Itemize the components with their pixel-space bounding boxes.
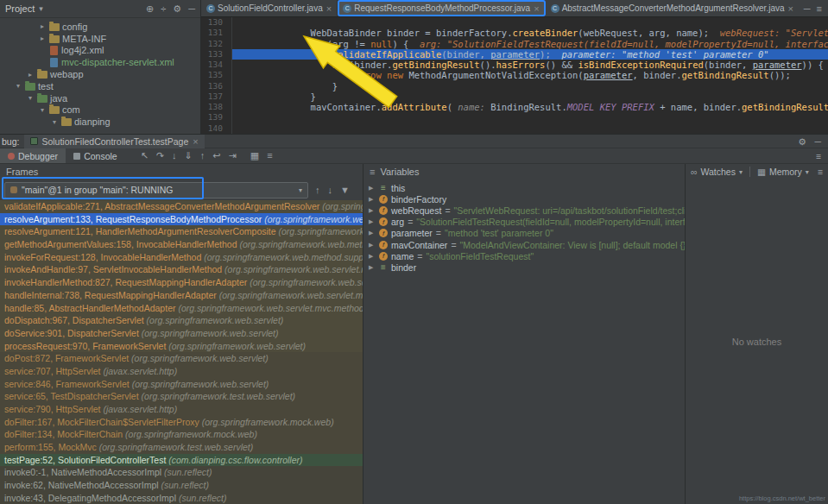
arrow-up-icon[interactable]: ↑ (315, 185, 320, 195)
variable-row[interactable]: ▶farg = "SolutionFieldTestRequest(fieldI… (363, 217, 685, 228)
filter-icon[interactable]: ▼ (340, 185, 350, 195)
code-line[interactable]: 132 if (arg != null) { arg: "SolutionFie… (201, 39, 828, 49)
run-to-cursor-icon[interactable]: ⇥ (229, 150, 237, 161)
chevron-right-icon[interactable]: ▶ (369, 264, 376, 271)
frame-row[interactable]: doDispatch:967, DispatcherServlet (org.s… (0, 314, 363, 327)
frame-row[interactable]: service:846, FrameworkServlet (org.sprin… (0, 378, 363, 391)
project-title[interactable]: Project (5, 3, 35, 14)
frame-row[interactable]: perform:155, MockMvc (org.springframewor… (0, 441, 363, 454)
tree-item[interactable]: ▾test (0, 80, 200, 92)
step-over-icon[interactable]: ↷ (156, 150, 164, 161)
close-icon[interactable]: × (326, 3, 332, 14)
code-line[interactable]: 130 (201, 17, 828, 28)
menu-icon[interactable]: ≡ (267, 150, 272, 161)
tree-item[interactable]: mvc-dispatcher-servlet.xml (0, 56, 200, 68)
tab-debugger[interactable]: Debugger (0, 148, 66, 163)
editor-tab[interactable]: CAbstractMessageConverterMethodArgumentR… (546, 0, 798, 16)
variable-row[interactable]: ▶≡binder (363, 261, 685, 273)
tree-item[interactable]: ▸config (0, 21, 200, 33)
hide-panel-icon[interactable]: ─ (188, 3, 195, 15)
menu-icon[interactable]: ≡ (818, 167, 823, 177)
editor-tab[interactable]: CRequestResponseBodyMethodProcessor.java… (338, 0, 545, 16)
tree-item[interactable]: ▸webapp (0, 68, 200, 80)
chevron-right-icon[interactable]: ▸ (38, 35, 47, 42)
code-line[interactable]: 133 validateIfApplicable(binder, paramet… (201, 49, 828, 60)
force-step-into-icon[interactable]: ⇓ (185, 150, 193, 161)
thread-selector[interactable]: "main"@1 in group "main": RUNNING ▾ (4, 182, 308, 198)
code-area[interactable]: 130131 WebDataBinder binder = binderFact… (201, 17, 828, 134)
minimize-icon[interactable]: ─ (804, 3, 811, 14)
code-line[interactable]: 140 (201, 123, 828, 134)
collapse-all-icon[interactable]: ÷ (161, 3, 166, 15)
frame-row[interactable]: getMethodArgumentValues:158, InvocableHa… (0, 238, 363, 251)
frame-row[interactable]: invoke:62, NativeMethodAccessorImpl (sun… (0, 479, 363, 492)
frame-row[interactable]: doService:901, DispatcherServlet (org.sp… (0, 327, 363, 340)
variables-menu-icon[interactable]: ≡ (370, 167, 375, 177)
close-icon[interactable]: × (534, 3, 539, 14)
variable-row[interactable]: ▶fwebRequest = "ServletWebRequest: uri=/… (363, 205, 685, 216)
watches-title[interactable]: Watches (701, 167, 736, 177)
chevron-right-icon[interactable]: ▶ (369, 207, 376, 214)
chevron-right-icon[interactable]: ▶ (369, 242, 376, 249)
frame-row[interactable]: invokeHandlerMethod:827, RequestMappingH… (0, 276, 363, 289)
variable-row[interactable]: ▶fbinderFactory (363, 193, 685, 205)
chevron-right-icon[interactable]: ▸ (38, 22, 47, 30)
variable-row[interactable]: ▶fmavContainer = "ModelAndViewContainer:… (363, 239, 685, 250)
chevron-right-icon[interactable]: ▶ (369, 230, 376, 236)
variable-row[interactable]: ▶≡this (363, 182, 685, 193)
frame-row[interactable]: service:790, HttpServlet (javax.servlet.… (0, 403, 363, 416)
run-config-tab[interactable]: SolutionFiledControllerTest.testPage × (24, 135, 204, 148)
tree-item[interactable]: log4j2.xml (0, 45, 200, 57)
editor-tab[interactable]: CSolutionFieldController.java× (201, 0, 338, 16)
chevron-down-icon[interactable]: ▾ (806, 168, 809, 176)
frame-row[interactable]: invoke0:-1, NativeMethodAccessorImpl (su… (0, 466, 363, 479)
tree-item[interactable]: ▾dianping (0, 116, 200, 128)
memory-title[interactable]: Memory (769, 167, 802, 177)
chevron-down-icon[interactable]: ▾ (39, 4, 43, 13)
frame-row[interactable]: resolveArgument:133, RequestResponseBody… (0, 213, 363, 226)
settings-icon[interactable]: ⚙ (798, 136, 806, 147)
code-line[interactable]: 137 } (201, 91, 828, 102)
drop-frame-icon[interactable]: ↩ (212, 150, 220, 161)
frame-row[interactable]: resolveArgument:121, HandlerMethodArgume… (0, 225, 363, 238)
chevron-right-icon[interactable]: ▶ (369, 253, 376, 260)
chevron-down-icon[interactable]: ▾ (38, 106, 47, 114)
show-execution-point-icon[interactable]: ↖ (141, 150, 149, 161)
close-icon[interactable]: × (193, 136, 198, 147)
close-icon[interactable]: × (788, 3, 793, 14)
frame-row[interactable]: service:65, TestDispatcherServlet (org.s… (0, 390, 363, 403)
menu-icon[interactable]: ≡ (816, 151, 821, 161)
frame-row[interactable]: service:707, HttpServlet (javax.servlet.… (0, 365, 363, 378)
locate-file-icon[interactable]: ⊕ (146, 3, 154, 15)
settings-icon[interactable]: ⚙ (173, 3, 181, 15)
chevron-right-icon[interactable]: ▶ (369, 196, 376, 203)
frame-row[interactable]: doPost:872, FrameworkServlet (org.spring… (0, 352, 363, 365)
code-line[interactable]: 138 mavContainer.addAttribute( name: Bin… (201, 102, 828, 112)
frame-row[interactable]: invokeForRequest:128, InvocableHandlerMe… (0, 251, 363, 264)
frame-row[interactable]: doFilter:134, MockFilterChain (org.sprin… (0, 428, 363, 441)
hide-panel-icon[interactable]: ─ (815, 136, 821, 147)
tree-item[interactable]: ▸META-INF (0, 33, 200, 45)
step-into-icon[interactable]: ↓ (172, 150, 177, 161)
grid-icon[interactable]: ▦ (250, 150, 259, 161)
step-out-icon[interactable]: ↑ (200, 150, 205, 161)
chevron-down-icon[interactable]: ▾ (14, 82, 22, 90)
code-line[interactable]: 135 throw new MethodArgumentNotValidExce… (201, 70, 828, 80)
variable-row[interactable]: ▶fname = "solutionFieldTestRequest" (363, 250, 685, 261)
tree-item[interactable]: ▾com (0, 104, 200, 117)
frame-row[interactable]: testPage:52, SolutionFiledControllerTest… (0, 454, 363, 467)
tree-item[interactable]: ▾java (0, 92, 200, 104)
chevron-down-icon[interactable]: ▾ (50, 118, 59, 126)
frame-row[interactable]: handle:85, AbstractHandlerMethodAdapter … (0, 302, 363, 315)
chevron-down-icon[interactable]: ▾ (26, 94, 35, 102)
tab-console[interactable]: Console (66, 148, 125, 163)
frame-row[interactable]: processRequest:970, FrameworkServlet (or… (0, 340, 363, 353)
menu-icon[interactable]: ≡ (817, 3, 822, 14)
chevron-right-icon[interactable]: ▶ (369, 218, 376, 225)
frame-row[interactable]: invokeAndHandle:97, ServletInvocableHand… (0, 263, 363, 276)
chevron-right-icon[interactable]: ▸ (26, 71, 35, 79)
chevron-down-icon[interactable]: ▾ (739, 168, 743, 176)
frame-row[interactable]: doFilter:167, MockFilterChain$ServletFil… (0, 416, 363, 429)
frame-row[interactable]: validateIfApplicable:271, AbstractMessag… (0, 200, 363, 213)
code-line[interactable]: 131 WebDataBinder binder = binderFactory… (201, 28, 828, 38)
